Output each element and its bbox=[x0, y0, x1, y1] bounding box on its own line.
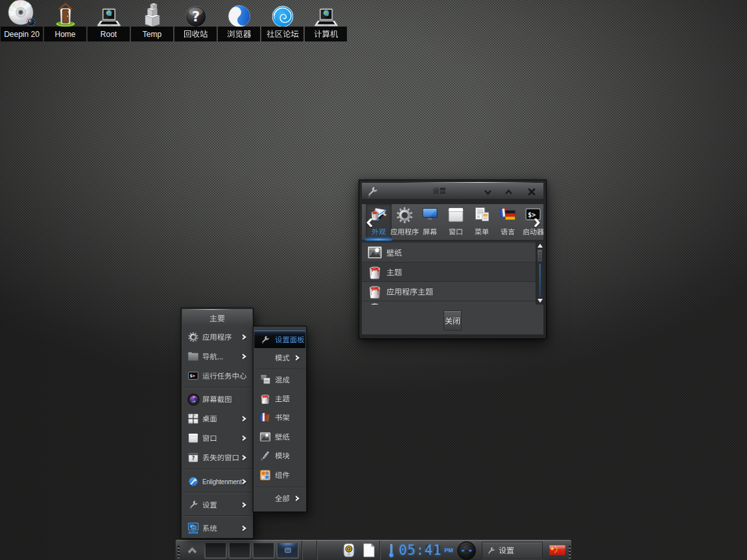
titlebar[interactable] bbox=[361, 182, 544, 200]
desktop-icon-image[interactable] bbox=[8, 0, 36, 27]
gear-icon bbox=[188, 332, 198, 342]
submenu-item-5[interactable] bbox=[254, 427, 305, 446]
desktop-icon-0[interactable]: Deepin 20 bbox=[1, 0, 43, 41]
cjk-text-svg bbox=[202, 524, 217, 531]
desktop-icon-label-box[interactable]: Temp bbox=[131, 27, 173, 41]
language-flag-gadget[interactable] bbox=[549, 540, 565, 560]
toolbar-scroll-left[interactable] bbox=[366, 218, 372, 227]
shelf-grip-left[interactable] bbox=[178, 546, 180, 557]
cjk-text-svg bbox=[275, 452, 290, 460]
scroll-up-button[interactable] bbox=[536, 242, 543, 249]
submenu-item-6[interactable] bbox=[254, 447, 305, 465]
window-maximize-button[interactable] bbox=[503, 187, 514, 197]
desktop-icon-label bbox=[267, 30, 299, 38]
camera-lens-icon bbox=[187, 393, 200, 406]
submenu-arrow-icon bbox=[242, 525, 247, 531]
desktop-icon-image[interactable] bbox=[313, 8, 339, 27]
toolbar-scroll-right[interactable] bbox=[534, 218, 540, 227]
desktop-icon-image[interactable] bbox=[96, 8, 122, 27]
cjk-text-svg bbox=[202, 333, 232, 340]
monitor-icon bbox=[421, 207, 439, 222]
menu-item-0[interactable] bbox=[182, 327, 252, 347]
menu-item-9[interactable] bbox=[182, 517, 252, 539]
desktop-icon-5[interactable] bbox=[218, 0, 260, 41]
settings-tab-6[interactable]: $> bbox=[520, 204, 546, 240]
desktop-icon-7[interactable] bbox=[305, 0, 347, 41]
tray-document[interactable] bbox=[362, 543, 375, 557]
submenu-item-2[interactable] bbox=[254, 370, 305, 389]
window-close-button[interactable] bbox=[527, 187, 537, 197]
scrollbar[interactable] bbox=[536, 242, 543, 305]
desktop-icon-6[interactable] bbox=[261, 0, 303, 41]
menu-item-3[interactable] bbox=[182, 390, 252, 409]
wrench-icon-wrap bbox=[486, 546, 496, 555]
submenu-item-3[interactable] bbox=[254, 389, 305, 408]
desktop-icon-image[interactable] bbox=[143, 2, 162, 27]
menu-item-8[interactable] bbox=[182, 494, 252, 515]
submenu-item-0[interactable] bbox=[254, 331, 305, 348]
grip-dot bbox=[569, 556, 571, 558]
desktop: Deepin 20 Home Root Temp ? bbox=[0, 0, 747, 560]
scrollbar-thumb[interactable] bbox=[537, 249, 543, 262]
desktop-icon-4[interactable]: ? bbox=[174, 0, 217, 41]
eyes-gadget[interactable] bbox=[457, 540, 476, 560]
desktop-icon-1[interactable]: Home bbox=[44, 0, 86, 41]
submenu-item-4[interactable] bbox=[254, 408, 305, 427]
settings-button-label bbox=[499, 546, 514, 554]
settings-list-row-0[interactable] bbox=[362, 243, 536, 262]
submenu-arrow bbox=[242, 502, 247, 508]
scroll-down-button[interactable] bbox=[536, 298, 543, 304]
menu-item-label bbox=[202, 353, 223, 360]
desktop-icon-label-box[interactable] bbox=[174, 27, 217, 41]
books-icon bbox=[259, 412, 271, 423]
desktop-icon-image[interactable] bbox=[55, 1, 76, 27]
menu-item-label bbox=[275, 452, 290, 460]
settings-list-row-1[interactable] bbox=[362, 262, 536, 282]
stylus-icon bbox=[259, 450, 271, 461]
cjk-text-svg bbox=[202, 434, 217, 441]
menu-item-icon bbox=[186, 330, 200, 344]
pager-desktop-1[interactable] bbox=[204, 542, 227, 559]
shelf-autohide-button[interactable] bbox=[181, 540, 203, 560]
menu-item-2[interactable]: $> bbox=[182, 366, 252, 386]
pager-desktop-4[interactable] bbox=[276, 542, 299, 559]
desktop-icon-label-box[interactable] bbox=[218, 27, 260, 41]
submenu-arrow bbox=[242, 353, 247, 360]
desktop-icon-label-box[interactable] bbox=[305, 27, 347, 41]
desktop-icon-2[interactable]: Root bbox=[88, 0, 130, 41]
desktop-icon-3[interactable]: Temp bbox=[131, 0, 173, 41]
eyes-icon bbox=[457, 541, 476, 560]
submenu-item-8[interactable] bbox=[254, 489, 305, 508]
menu-item-4[interactable] bbox=[182, 409, 252, 428]
desktop-icon-label-box[interactable]: Root bbox=[88, 27, 130, 41]
close-icon bbox=[528, 188, 536, 196]
close-dialog-button[interactable] bbox=[444, 310, 462, 331]
close-button-label bbox=[445, 317, 460, 325]
taskbar-settings-button[interactable] bbox=[482, 542, 543, 559]
pager-desktop-3[interactable] bbox=[252, 542, 275, 559]
menu-item-6[interactable]: ? bbox=[182, 448, 252, 467]
grip-dot bbox=[178, 549, 180, 551]
menu-item-7[interactable]: Enlightenment bbox=[182, 471, 252, 492]
menu-item-label bbox=[275, 495, 290, 502]
clock-gadget[interactable]: 88:8805:41 PM bbox=[399, 540, 453, 560]
desktop-icon-label-box[interactable]: Deepin 20 bbox=[1, 27, 43, 41]
desktop-icon-image[interactable] bbox=[272, 6, 293, 27]
cjk-text-svg bbox=[202, 415, 217, 422]
window-shade-button[interactable] bbox=[482, 187, 493, 197]
submenu-item-7[interactable] bbox=[254, 465, 305, 484]
menu-item-5[interactable] bbox=[182, 428, 252, 448]
temperature-gadget[interactable] bbox=[389, 540, 394, 560]
menu-item-1[interactable] bbox=[182, 347, 252, 366]
terminal-icon: $> bbox=[188, 371, 198, 381]
desktop-icon-image[interactable] bbox=[228, 5, 250, 27]
cjk-text-svg bbox=[202, 454, 239, 461]
desktop-icon-label-box[interactable]: Home bbox=[44, 27, 86, 41]
desktop-icon-image[interactable]: ? bbox=[185, 6, 206, 27]
submenu-item-1[interactable] bbox=[254, 348, 305, 367]
pager-desktop-2[interactable] bbox=[228, 542, 251, 559]
settings-list-row-2[interactable] bbox=[362, 282, 536, 301]
desktop-icon-label-box[interactable] bbox=[261, 27, 303, 41]
shelf-grip-right[interactable] bbox=[569, 546, 571, 557]
tray-speaker[interactable] bbox=[342, 543, 355, 557]
